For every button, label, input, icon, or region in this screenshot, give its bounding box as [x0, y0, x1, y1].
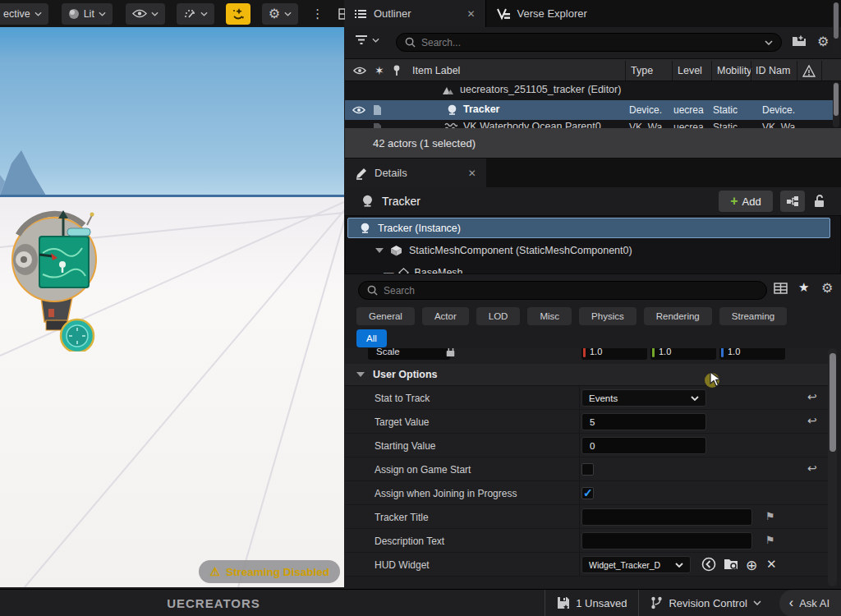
- unlock-icon[interactable]: [813, 194, 825, 211]
- tab-outliner[interactable]: Outliner ✕: [345, 0, 485, 27]
- outliner-row-tracker[interactable]: Tracker Device. uecrea Static Device.: [345, 100, 834, 120]
- filter-lod[interactable]: LOD: [476, 307, 521, 325]
- filter-all[interactable]: All: [356, 329, 387, 347]
- tab-verse-explorer[interactable]: Verse Explorer: [486, 0, 597, 27]
- tracker-title-input[interactable]: [581, 508, 752, 526]
- scale-z-field[interactable]: 1.0: [719, 348, 785, 360]
- outliner-icon: [355, 9, 367, 19]
- scale-y-field[interactable]: 1.0: [650, 348, 716, 360]
- eye-column-icon[interactable]: [353, 59, 366, 82]
- use-asset-icon[interactable]: [701, 557, 716, 575]
- pin-column-icon[interactable]: [393, 59, 401, 82]
- browse-asset-icon[interactable]: [724, 557, 739, 574]
- component-row-basemesh[interactable]: — BaseMesh: [347, 262, 830, 274]
- mesh-icon: [398, 268, 409, 275]
- perspective-dropdown[interactable]: ective: [0, 3, 48, 25]
- details-scrollbar[interactable]: [828, 348, 837, 586]
- streaming-disabled-badge: ⚠ Streaming Disabled: [199, 560, 340, 583]
- plus-icon: +: [730, 194, 738, 209]
- transform-tool-button[interactable]: [226, 3, 250, 25]
- components-scrollbar[interactable]: [833, 2, 839, 55]
- scale-x-field[interactable]: 1.0: [581, 348, 647, 360]
- outliner-row-waterbody[interactable]: VK Waterbody Ocean Parent0 VK_Wa uecrea …: [345, 120, 834, 128]
- viewport-settings-dropdown[interactable]: ⚙: [262, 3, 298, 25]
- outliner-scrollbar[interactable]: [833, 82, 839, 127]
- filter-icon: [355, 34, 368, 45]
- revert-icon[interactable]: ↩: [807, 414, 817, 427]
- component-row-staticmesh[interactable]: StaticMeshComponent (StaticMeshComponent…: [347, 240, 830, 260]
- filter-misc[interactable]: Misc: [527, 307, 572, 325]
- expand-arrow-icon[interactable]: [375, 248, 384, 253]
- show-flags-dropdown[interactable]: [126, 3, 165, 25]
- flag-icon[interactable]: ⚑: [765, 534, 775, 546]
- unsaved-button[interactable]: 1 Unsaved: [545, 590, 638, 616]
- eye-icon[interactable]: [352, 106, 365, 114]
- outliner-filter-dropdown[interactable]: [355, 34, 379, 45]
- filter-rendering[interactable]: Rendering: [644, 307, 712, 325]
- world-row[interactable]: uecreators_251105_tracker (Editor): [345, 81, 834, 100]
- flag-icon[interactable]: ⚑: [765, 510, 775, 522]
- close-icon[interactable]: ✕: [468, 168, 476, 179]
- hud-widget-dropdown[interactable]: Widget_Tracker_D: [581, 556, 691, 573]
- tracker-device-3d[interactable]: [3, 207, 105, 352]
- revision-control-button[interactable]: Revision Control: [638, 590, 772, 616]
- ask-ai-button[interactable]: ‹ Ask AI: [779, 590, 841, 616]
- add-component-button[interactable]: + Add: [719, 191, 773, 212]
- plus-circle-icon[interactable]: ⊕: [746, 557, 757, 574]
- prop-label: Assign on Game Start: [375, 457, 471, 481]
- stat-to-track-dropdown[interactable]: Events: [581, 389, 706, 407]
- clear-icon[interactable]: ✕: [766, 557, 777, 572]
- chevron-down-icon: [151, 11, 159, 16]
- lock-icon[interactable]: [445, 348, 456, 357]
- col-type[interactable]: Type: [631, 59, 653, 82]
- details-search-input[interactable]: [384, 285, 758, 297]
- warning-icon: ⚠: [209, 565, 220, 578]
- revert-icon[interactable]: ↩: [807, 390, 817, 403]
- viewport-more-button[interactable]: ⋮: [306, 3, 329, 25]
- close-icon[interactable]: ✕: [467, 8, 476, 20]
- filter-streaming[interactable]: Streaming: [719, 307, 787, 325]
- outliner-search[interactable]: [396, 33, 782, 52]
- col-level[interactable]: Level: [678, 59, 702, 82]
- blueprint-edit-button[interactable]: [780, 191, 805, 212]
- outliner-settings-gear-icon[interactable]: ⚙: [817, 34, 829, 49]
- component-row-root[interactable]: Tracker (Instance): [347, 218, 830, 238]
- chevron-down-icon[interactable]: [765, 40, 773, 45]
- assign-joining-checkbox[interactable]: [581, 487, 594, 499]
- prop-label: HUD Widget: [375, 553, 430, 577]
- verse-icon: [496, 7, 511, 21]
- folder-plus-icon[interactable]: [792, 34, 807, 47]
- section-user-options[interactable]: User Options: [345, 364, 831, 386]
- col-id-name[interactable]: ID Nam: [756, 59, 790, 82]
- perspective-label: ective: [3, 8, 30, 20]
- filter-actor[interactable]: Actor: [422, 307, 469, 325]
- filter-general[interactable]: General: [356, 307, 415, 325]
- star-column-icon[interactable]: ✶: [375, 59, 384, 82]
- details-settings-gear-icon[interactable]: ⚙: [821, 280, 833, 296]
- 3d-viewport[interactable]: ⚠ Streaming Disabled: [0, 27, 344, 587]
- view-adjustments-dropdown[interactable]: [177, 3, 214, 25]
- outliner-search-input[interactable]: [421, 37, 759, 48]
- tab-details[interactable]: Details ✕: [345, 159, 486, 187]
- uefn-editor-window: ective Lit ⚙ ⋮ ≡: [0, 0, 841, 616]
- outliner-table-header: ✶ Item Label Type Level Mobility ID Nam: [345, 58, 841, 81]
- details-search[interactable]: [358, 281, 767, 300]
- col-item-label[interactable]: Item Label: [412, 59, 460, 82]
- row-label: Tracker: [463, 103, 499, 115]
- revert-icon[interactable]: ↩: [807, 462, 817, 475]
- description-text-input[interactable]: [581, 532, 752, 549]
- component-label: Tracker (Instance): [378, 223, 461, 234]
- assign-game-start-checkbox[interactable]: [581, 463, 594, 476]
- mouse-cursor: [710, 371, 722, 388]
- target-value-input[interactable]: [581, 413, 706, 430]
- tracker-device-icon: [361, 195, 374, 208]
- favorite-icon[interactable]: ★: [798, 280, 809, 295]
- col-mobility[interactable]: Mobility: [717, 59, 753, 82]
- filter-physics[interactable]: Physics: [579, 307, 636, 325]
- starting-value-input[interactable]: [581, 437, 706, 454]
- collapse-arrow-icon: [356, 372, 365, 377]
- warning-column-icon[interactable]: [802, 59, 816, 82]
- lit-mode-dropdown[interactable]: Lit: [62, 3, 113, 25]
- display-filter-icon[interactable]: [774, 283, 788, 294]
- scale-dropdown[interactable]: Scale: [368, 348, 450, 360]
